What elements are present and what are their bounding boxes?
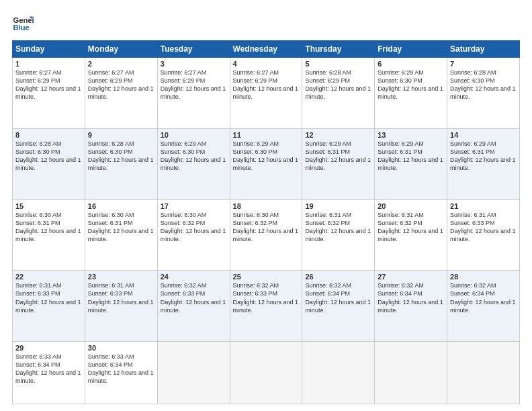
calendar-cell: 4 Sunrise: 6:27 AMSunset: 6:29 PMDayligh… <box>230 58 302 129</box>
day-info: Sunrise: 6:32 AMSunset: 6:33 PMDaylight:… <box>161 282 226 313</box>
day-info: Sunrise: 6:28 AMSunset: 6:29 PMDaylight:… <box>305 69 371 100</box>
day-number: 13 <box>378 131 444 139</box>
day-info: Sunrise: 6:29 AMSunset: 6:30 PMDaylight:… <box>233 140 299 171</box>
day-number: 28 <box>450 273 517 281</box>
day-number: 17 <box>161 202 227 210</box>
calendar-cell: 10 Sunrise: 6:29 AMSunset: 6:30 PMDaylig… <box>157 128 230 199</box>
day-info: Sunrise: 6:27 AMSunset: 6:29 PMDaylight:… <box>15 69 81 100</box>
day-info: Sunrise: 6:30 AMSunset: 6:31 PMDaylight:… <box>88 212 154 242</box>
day-number: 15 <box>15 202 82 210</box>
svg-text:Blue: Blue <box>13 24 30 32</box>
day-info: Sunrise: 6:28 AMSunset: 6:30 PMDaylight:… <box>450 69 516 100</box>
day-number: 25 <box>233 273 300 281</box>
day-number: 29 <box>15 344 82 352</box>
calendar-week-row: 22 Sunrise: 6:31 AMSunset: 6:33 PMDaylig… <box>13 271 520 342</box>
calendar-cell <box>157 342 230 404</box>
day-number: 24 <box>161 273 227 281</box>
calendar-cell: 7 Sunrise: 6:28 AMSunset: 6:30 PMDayligh… <box>447 58 520 129</box>
calendar-week-row: 29 Sunrise: 6:33 AMSunset: 6:34 PMDaylig… <box>13 342 520 404</box>
day-number: 23 <box>88 273 154 281</box>
calendar-cell: 16 Sunrise: 6:30 AMSunset: 6:31 PMDaylig… <box>85 199 157 271</box>
logo-icon: General Blue <box>12 12 34 34</box>
day-info: Sunrise: 6:30 AMSunset: 6:32 PMDaylight:… <box>161 212 226 242</box>
day-info: Sunrise: 6:30 AMSunset: 6:32 PMDaylight:… <box>233 212 299 242</box>
day-number: 7 <box>450 60 517 68</box>
calendar-cell: 23 Sunrise: 6:31 AMSunset: 6:33 PMDaylig… <box>85 271 157 342</box>
day-info: Sunrise: 6:32 AMSunset: 6:34 PMDaylight:… <box>450 282 516 313</box>
calendar-cell: 19 Sunrise: 6:31 AMSunset: 6:32 PMDaylig… <box>302 199 375 271</box>
day-number: 10 <box>161 131 227 139</box>
day-info: Sunrise: 6:28 AMSunset: 6:30 PMDaylight:… <box>378 69 443 100</box>
calendar-cell <box>375 342 447 404</box>
calendar-cell: 1 Sunrise: 6:27 AMSunset: 6:29 PMDayligh… <box>13 58 85 129</box>
page: General Blue SundayMondayTuesdayWednesda… <box>0 0 532 411</box>
calendar-week-row: 1 Sunrise: 6:27 AMSunset: 6:29 PMDayligh… <box>13 58 520 129</box>
day-info: Sunrise: 6:33 AMSunset: 6:34 PMDaylight:… <box>88 353 154 384</box>
calendar-cell <box>230 342 302 404</box>
day-info: Sunrise: 6:31 AMSunset: 6:32 PMDaylight:… <box>378 212 443 242</box>
calendar-cell: 18 Sunrise: 6:30 AMSunset: 6:32 PMDaylig… <box>230 199 302 271</box>
day-number: 22 <box>15 273 82 281</box>
calendar-week-row: 15 Sunrise: 6:30 AMSunset: 6:31 PMDaylig… <box>13 199 520 271</box>
day-number: 30 <box>88 344 154 352</box>
calendar-cell: 29 Sunrise: 6:33 AMSunset: 6:34 PMDaylig… <box>13 342 85 404</box>
day-number: 21 <box>450 202 517 210</box>
calendar-cell: 11 Sunrise: 6:29 AMSunset: 6:30 PMDaylig… <box>230 128 302 199</box>
day-info: Sunrise: 6:32 AMSunset: 6:34 PMDaylight:… <box>378 282 443 313</box>
day-info: Sunrise: 6:33 AMSunset: 6:34 PMDaylight:… <box>15 353 81 384</box>
calendar-header-row: SundayMondayTuesdayWednesdayThursdayFrid… <box>13 41 520 58</box>
day-number: 11 <box>233 131 300 139</box>
calendar-cell: 12 Sunrise: 6:29 AMSunset: 6:31 PMDaylig… <box>302 128 375 199</box>
calendar-cell: 3 Sunrise: 6:27 AMSunset: 6:29 PMDayligh… <box>157 58 230 129</box>
weekday-header-thursday: Thursday <box>302 41 375 58</box>
day-info: Sunrise: 6:28 AMSunset: 6:30 PMDaylight:… <box>15 140 81 171</box>
day-info: Sunrise: 6:30 AMSunset: 6:31 PMDaylight:… <box>15 212 81 242</box>
logo: General Blue <box>12 12 34 34</box>
day-number: 4 <box>233 60 300 68</box>
day-number: 1 <box>15 60 82 68</box>
day-number: 2 <box>88 60 154 68</box>
day-number: 3 <box>161 60 227 68</box>
day-info: Sunrise: 6:29 AMSunset: 6:31 PMDaylight:… <box>305 140 371 171</box>
day-number: 14 <box>450 131 517 139</box>
calendar-cell <box>302 342 375 404</box>
calendar-cell: 28 Sunrise: 6:32 AMSunset: 6:34 PMDaylig… <box>447 271 520 342</box>
day-number: 16 <box>88 202 154 210</box>
day-number: 20 <box>378 202 444 210</box>
day-number: 6 <box>378 60 444 68</box>
day-info: Sunrise: 6:27 AMSunset: 6:29 PMDaylight:… <box>161 69 226 100</box>
calendar-cell: 26 Sunrise: 6:32 AMSunset: 6:34 PMDaylig… <box>302 271 375 342</box>
weekday-header-tuesday: Tuesday <box>157 41 230 58</box>
calendar-cell: 13 Sunrise: 6:29 AMSunset: 6:31 PMDaylig… <box>375 128 447 199</box>
header: General Blue <box>12 12 520 34</box>
calendar-week-row: 8 Sunrise: 6:28 AMSunset: 6:30 PMDayligh… <box>13 128 520 199</box>
calendar-cell: 6 Sunrise: 6:28 AMSunset: 6:30 PMDayligh… <box>375 58 447 129</box>
calendar-cell: 21 Sunrise: 6:31 AMSunset: 6:33 PMDaylig… <box>447 199 520 271</box>
day-info: Sunrise: 6:29 AMSunset: 6:31 PMDaylight:… <box>378 140 443 171</box>
calendar-cell: 25 Sunrise: 6:32 AMSunset: 6:33 PMDaylig… <box>230 271 302 342</box>
calendar-cell: 27 Sunrise: 6:32 AMSunset: 6:34 PMDaylig… <box>375 271 447 342</box>
calendar-cell: 5 Sunrise: 6:28 AMSunset: 6:29 PMDayligh… <box>302 58 375 129</box>
day-number: 12 <box>305 131 371 139</box>
day-info: Sunrise: 6:31 AMSunset: 6:33 PMDaylight:… <box>450 212 516 242</box>
calendar-cell: 14 Sunrise: 6:29 AMSunset: 6:31 PMDaylig… <box>447 128 520 199</box>
calendar-cell: 17 Sunrise: 6:30 AMSunset: 6:32 PMDaylig… <box>157 199 230 271</box>
weekday-header-monday: Monday <box>85 41 157 58</box>
day-number: 5 <box>305 60 371 68</box>
day-info: Sunrise: 6:27 AMSunset: 6:29 PMDaylight:… <box>88 69 154 100</box>
calendar-cell: 30 Sunrise: 6:33 AMSunset: 6:34 PMDaylig… <box>85 342 157 404</box>
calendar-cell: 20 Sunrise: 6:31 AMSunset: 6:32 PMDaylig… <box>375 199 447 271</box>
day-number: 8 <box>15 131 82 139</box>
day-info: Sunrise: 6:27 AMSunset: 6:29 PMDaylight:… <box>233 69 299 100</box>
weekday-header-sunday: Sunday <box>13 41 85 58</box>
day-info: Sunrise: 6:28 AMSunset: 6:30 PMDaylight:… <box>88 140 154 171</box>
weekday-header-friday: Friday <box>375 41 447 58</box>
day-info: Sunrise: 6:29 AMSunset: 6:31 PMDaylight:… <box>450 140 516 171</box>
calendar-cell: 24 Sunrise: 6:32 AMSunset: 6:33 PMDaylig… <box>157 271 230 342</box>
day-info: Sunrise: 6:31 AMSunset: 6:32 PMDaylight:… <box>305 212 371 242</box>
day-info: Sunrise: 6:32 AMSunset: 6:34 PMDaylight:… <box>305 282 371 313</box>
calendar-cell: 9 Sunrise: 6:28 AMSunset: 6:30 PMDayligh… <box>85 128 157 199</box>
weekday-header-saturday: Saturday <box>447 41 520 58</box>
day-number: 9 <box>88 131 154 139</box>
day-info: Sunrise: 6:31 AMSunset: 6:33 PMDaylight:… <box>88 282 154 313</box>
